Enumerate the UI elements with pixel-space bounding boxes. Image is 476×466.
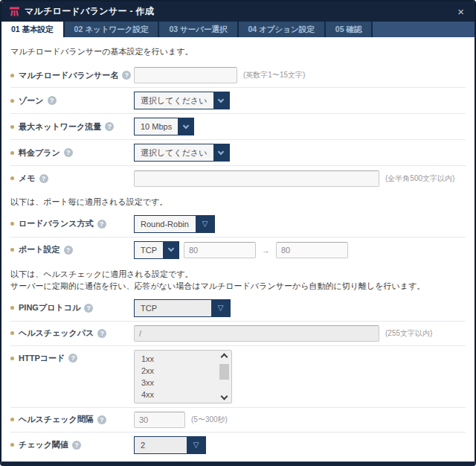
health-check-interval-input[interactable] xyxy=(134,412,185,428)
field-row-http-code: HTTPコード ? 1xx2xx3xx4xx xyxy=(10,346,466,408)
chevron-down-icon xyxy=(163,242,178,258)
health-check-path-input[interactable] xyxy=(134,325,379,342)
help-icon[interactable]: ? xyxy=(105,122,114,131)
basic-settings-panel: マルチロードバランサーの基本設定を行います。 マルチロードバランサー名 ? (英… xyxy=(1,37,475,462)
bullet-icon xyxy=(10,248,14,252)
field-row-balance: ロードバランス方式 ? Round-Robin ▽ xyxy=(10,211,466,237)
field-row-name: マルチロードバランサー名 ? (英数字1〜15文字) xyxy=(10,63,466,88)
ping-protocol-select[interactable]: TCP ▽ xyxy=(134,299,231,317)
help-icon[interactable]: ? xyxy=(97,329,106,338)
field-row-traffic: 最大ネットワーク流量 ? 10 Mbps xyxy=(10,114,466,140)
field-row-ping: PINGプロトコル ? TCP ▽ xyxy=(10,296,466,322)
help-icon[interactable]: ? xyxy=(72,441,81,450)
name-hint: (英数字1〜15文字) xyxy=(243,70,305,80)
port-section-note: 以下は、ポート毎に適用される設定です。 xyxy=(10,191,466,211)
create-multi-load-balancer-dialog: マルチロードバランサー - 作成 × 01 基本設定02 ネットワーク設定03 … xyxy=(0,0,476,466)
field-label-plan: 料金プラン ? xyxy=(10,147,134,159)
help-icon[interactable]: ? xyxy=(122,71,131,80)
bullet-icon xyxy=(10,125,14,129)
bullet-icon xyxy=(10,443,14,447)
memo-hint: (全半角500文字以内) xyxy=(385,173,454,184)
bullet-icon xyxy=(10,99,14,103)
bullet-icon xyxy=(10,306,14,310)
field-row-zone: ゾーン ? 選択してください xyxy=(10,88,466,114)
scroll-up-icon[interactable] xyxy=(220,353,228,360)
tab-bar-filler xyxy=(373,22,475,37)
dialog-footer: キャンセル ネットワーク設定へ xyxy=(10,458,466,462)
tab-bar: 01 基本設定02 ネットワーク設定03 サーバー選択04 オプション設定05 … xyxy=(1,22,475,37)
port-to-input[interactable] xyxy=(276,242,348,258)
chevron-down-icon xyxy=(178,118,193,135)
field-row-port: ポート設定 ? TCP → xyxy=(10,237,466,263)
field-label-interval: ヘルスチェック間隔 ? xyxy=(10,414,134,425)
close-icon[interactable]: × xyxy=(453,4,469,19)
port-protocol-select[interactable]: TCP xyxy=(134,241,179,259)
listbox-scrollbar[interactable] xyxy=(217,351,231,402)
bullet-icon xyxy=(10,222,14,226)
field-label-threshold: チェック閾値 ? xyxy=(10,439,134,450)
traffic-select[interactable]: 10 Mbps xyxy=(134,118,194,135)
dialog-titlebar: マルチロードバランサー - 作成 × xyxy=(1,1,475,22)
field-row-plan: 料金プラン ? 選択してください xyxy=(10,140,466,166)
tab-3[interactable]: 03 サーバー選択 xyxy=(159,22,237,37)
field-row-memo: メモ ? (全半角500文字以内) xyxy=(10,166,466,191)
help-icon[interactable]: ? xyxy=(97,220,106,229)
field-label-http-code: HTTPコード ? xyxy=(10,350,134,364)
field-label-name: マルチロードバランサー名 ? xyxy=(10,70,134,81)
dropdown-arrow-icon: ▽ xyxy=(211,300,230,316)
field-label-path: ヘルスチェックパス ? xyxy=(10,328,134,339)
intro-text: マルチロードバランサーの基本設定を行います。 xyxy=(10,43,466,63)
field-label-memo: メモ ? xyxy=(10,173,134,184)
name-input[interactable] xyxy=(134,67,237,83)
plan-select[interactable]: 選択してください xyxy=(134,144,230,162)
dialog-title: マルチロードバランサー - 作成 xyxy=(25,5,453,18)
help-icon[interactable]: ? xyxy=(64,148,73,157)
load-balancer-icon xyxy=(9,6,20,17)
port-from-input[interactable] xyxy=(184,242,256,258)
bullet-icon xyxy=(10,151,14,155)
field-row-interval: ヘルスチェック間隔 ? (5〜300秒) xyxy=(10,408,466,433)
field-label-port: ポート設定 ? xyxy=(10,244,134,255)
bullet-icon xyxy=(10,331,14,335)
bullet-icon xyxy=(10,74,14,77)
bullet-icon xyxy=(10,418,14,421)
tab-5[interactable]: 05 確認 xyxy=(326,22,372,37)
balance-method-select[interactable]: Round-Robin ▽ xyxy=(134,215,215,233)
help-icon[interactable]: ? xyxy=(84,304,93,313)
port-arrow-icon: → xyxy=(262,246,270,255)
field-label-zone: ゾーン ? xyxy=(10,95,134,106)
dropdown-arrow-icon: ▽ xyxy=(187,437,205,453)
chevron-down-icon xyxy=(213,144,229,161)
memo-input[interactable] xyxy=(134,170,379,187)
scroll-down-icon[interactable] xyxy=(220,392,228,400)
field-row-path: ヘルスチェックパス ? (255文字以内) xyxy=(10,322,466,346)
field-label-balance: ロードバランス方式 ? xyxy=(10,218,134,229)
bullet-icon xyxy=(10,176,14,180)
health-note-line2: サーバーに定期的に通信を行い、応答がない場合はマルチロードバランサーから自動的に… xyxy=(10,281,466,293)
help-icon[interactable]: ? xyxy=(97,415,106,424)
http-code-listbox[interactable]: 1xx2xx3xx4xx xyxy=(134,350,232,403)
tab-2[interactable]: 02 ネットワーク設定 xyxy=(65,22,158,37)
interval-hint: (5〜300秒) xyxy=(191,415,228,425)
field-row-threshold: チェック閾値 ? 2 ▽ xyxy=(10,433,466,458)
check-threshold-select[interactable]: 2 ▽ xyxy=(134,436,206,454)
path-hint: (255文字以内) xyxy=(385,328,432,339)
dropdown-arrow-icon: ▽ xyxy=(196,216,214,232)
help-icon[interactable]: ? xyxy=(64,246,73,255)
tab-4[interactable]: 04 オプション設定 xyxy=(239,22,324,37)
zone-select[interactable]: 選択してください xyxy=(134,92,230,109)
chevron-down-icon xyxy=(213,92,229,109)
tab-1[interactable]: 01 基本設定 xyxy=(1,22,63,37)
health-note-line1: 以下は、ヘルスチェックに適用される設定です。 xyxy=(10,269,466,281)
help-icon[interactable]: ? xyxy=(48,96,57,105)
field-label-traffic: 最大ネットワーク流量 ? xyxy=(10,121,134,133)
health-section-note: 以下は、ヘルスチェックに適用される設定です。 サーバーに定期的に通信を行い、応答… xyxy=(10,263,466,296)
field-label-ping: PINGプロトコル ? xyxy=(10,302,134,313)
scrollbar-thumb[interactable] xyxy=(219,364,229,380)
help-icon[interactable]: ? xyxy=(68,354,77,363)
help-icon[interactable]: ? xyxy=(39,174,48,183)
bullet-icon xyxy=(10,357,14,360)
